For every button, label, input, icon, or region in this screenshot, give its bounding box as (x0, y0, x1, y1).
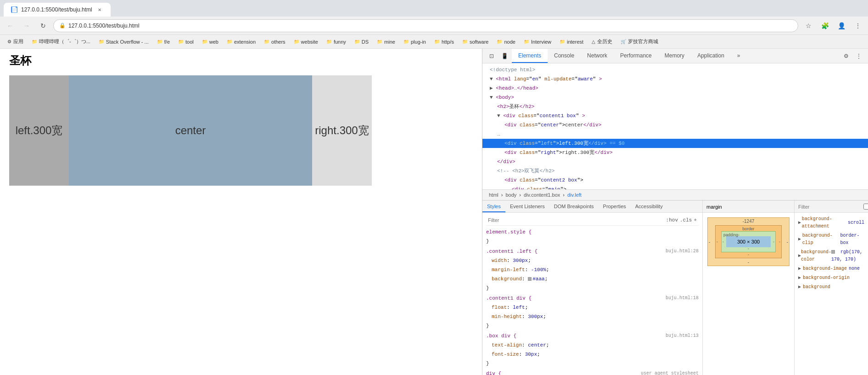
styles-tab-accessibility[interactable]: Accessibility (631, 201, 667, 212)
bookmark-https[interactable]: 📁 http/s (431, 37, 458, 47)
show-all-check[interactable] (863, 204, 868, 210)
styles-tab-event-listeners[interactable]: Event Listeners (505, 201, 549, 212)
breadcrumb-bar: html › body › div.content1.box › div.lef… (482, 189, 868, 200)
prop-background-color[interactable]: ▶ background-color rgb(170, 170, 170) (796, 248, 866, 264)
breadcrumb-html[interactable]: html (486, 192, 501, 198)
back-button[interactable]: ← (4, 19, 17, 32)
browser-window: 📄 127.0.0.1:5500/test/buju.html ✕ ← → ↻ … (0, 0, 868, 375)
bookmark-button[interactable]: ☆ (802, 19, 815, 32)
forward-button[interactable]: → (20, 19, 33, 32)
styles-content: :hov .cls + element.style { } (482, 213, 702, 375)
bookmark-apps[interactable]: ⚙ 应用 (4, 37, 27, 47)
extensions-button[interactable]: 🧩 (818, 19, 831, 32)
dom-line-content2[interactable]: <div class="content2 box"> (482, 176, 868, 185)
breadcrumb-body[interactable]: body (503, 192, 519, 198)
dom-line-h2[interactable]: <h2>圣杯</h2> (482, 102, 868, 111)
filter-add-style[interactable]: + (694, 217, 697, 223)
prop-background[interactable]: ▶ background (796, 283, 866, 292)
inspect-element-button[interactable]: ⊡ (486, 51, 497, 62)
bookmark-mine[interactable]: 📁 mine (373, 37, 399, 47)
bookmark-interview[interactable]: 📁 Interview (520, 37, 555, 47)
devtools-more-button[interactable]: ⋮ (853, 51, 864, 62)
bookmark-funny[interactable]: 📁 funny (323, 37, 350, 47)
bookmark-others[interactable]: 📁 others (260, 37, 289, 47)
bookmark-fe[interactable]: 📁 f/e (153, 37, 174, 47)
bookmark-node[interactable]: 📁 node (493, 37, 519, 47)
tab-console[interactable]: Console (548, 49, 581, 63)
prop-background-origin[interactable]: ▶ background-origin (796, 273, 866, 283)
tab-more[interactable]: » (731, 49, 747, 63)
bottom-panel: Styles Event Listeners DOM Breakpoints P… (482, 200, 868, 375)
breadcrumb-left[interactable]: div.left (565, 192, 584, 198)
bookmark-stackoverflow[interactable]: 📁 Stack Overflow - ... (95, 37, 152, 47)
bookmark-web-label: web (209, 39, 218, 45)
dom-line-center[interactable]: <div class="center">center</div> (482, 120, 868, 130)
color-swatch-bg[interactable] (831, 250, 835, 254)
bookmark-tool[interactable]: 📁 tool (174, 37, 197, 47)
css-selector-content1-div[interactable]: .content1 div { (486, 295, 532, 301)
filter-hover-toggle[interactable]: :hov (666, 217, 678, 223)
styles-filter-input[interactable] (488, 217, 663, 223)
css-value: #aaa (532, 276, 544, 282)
bookmark-extension[interactable]: 📁 extension (223, 37, 259, 47)
prop-background-attachment[interactable]: ▶ background-attachment scroll (796, 215, 866, 231)
bookmark-history[interactable]: △ 全历史 (588, 37, 616, 47)
css-selector-box-div[interactable]: .box div { (486, 333, 516, 339)
active-tab[interactable]: 📄 127.0.0.1:5500/test/buju.html ✕ (4, 3, 111, 17)
bookmark-website[interactable]: 📁 website (290, 37, 322, 47)
tab-elements[interactable]: Elements (512, 49, 548, 63)
reload-button[interactable]: ↻ (37, 19, 50, 32)
address-bar[interactable]: 🔒 127.0.0.1:5500/test/buju.html (53, 19, 798, 32)
dom-line-left-selected[interactable]: <div class="left">left.300宽</div> == $0 (482, 139, 868, 148)
prop-background-clip[interactable]: ▶ background-clip border-box (796, 231, 866, 248)
css-rule-content1-left: .content1 .left { buju.html:28 width: 30… (486, 248, 699, 292)
menu-button[interactable]: ⋮ (851, 19, 864, 32)
prop-background-image[interactable]: ▶ background-image none (796, 264, 866, 273)
css-source[interactable]: buju.html:28 (666, 248, 699, 255)
box-margin: -1247 - - - border - - - padding- (707, 217, 790, 266)
styles-tab-properties[interactable]: Properties (599, 201, 631, 212)
filter-panel-search: Show all (795, 201, 868, 213)
dom-line-ellipsis[interactable]: … (482, 130, 868, 139)
styles-tab-styles[interactable]: Styles (482, 201, 505, 212)
css-source-content1[interactable]: buju.html:18 (666, 295, 699, 302)
dom-line-content1[interactable]: ▼ <div class="content1 box" > (482, 111, 868, 120)
tab-performance[interactable]: Performance (614, 49, 658, 63)
bookmark-interest[interactable]: 📁 interest (556, 37, 587, 47)
dom-line-main[interactable]: <div class="main"> (482, 185, 868, 189)
tab-application[interactable]: Application (691, 49, 731, 63)
device-toolbar-button[interactable]: 📱 (499, 51, 510, 62)
bookmark-plugin[interactable]: 📁 plug-in (400, 37, 430, 47)
bookmark-logitech[interactable]: 🛒 罗技官方商城 (617, 37, 662, 47)
filter-panel-input[interactable] (798, 204, 862, 210)
dom-line-body[interactable]: ▼ <body> (482, 93, 868, 102)
bookmark-software[interactable]: 📁 software (459, 37, 493, 47)
dom-line-doctype[interactable]: <!doctype html> (482, 65, 868, 74)
filter-cls-toggle[interactable]: .cls (680, 217, 692, 223)
bookmark-mine-label: mine (384, 39, 395, 45)
tab-close-button[interactable]: ✕ (96, 6, 103, 13)
dom-line-close-div1[interactable]: </div> (482, 157, 868, 166)
tab-network[interactable]: Network (581, 49, 614, 63)
css-source-box[interactable]: buju.html:13 (666, 332, 699, 340)
bookmark-ds[interactable]: 📁 DS (351, 37, 372, 47)
css-selector-content1-left[interactable]: .content1 .left { (486, 249, 538, 254)
dom-line-head[interactable]: ▶ <head>…</head> (482, 84, 868, 93)
dom-line-comment[interactable]: <!-- <h2>双飞翼</h2> (482, 166, 868, 176)
css-selector[interactable]: element.style { (486, 229, 532, 235)
bookmark-web[interactable]: 📁 web (198, 37, 222, 47)
tab-memory[interactable]: Memory (658, 49, 691, 63)
show-all-checkbox[interactable]: Show all (863, 202, 868, 212)
devtools-panel: ⊡ 📱 Elements Console Network Performance… (482, 49, 868, 375)
dom-line-html[interactable]: ▼ <html lang="en" ml-update="aware" > (482, 74, 868, 84)
devtools-settings-button[interactable]: ⚙ (840, 51, 851, 62)
styles-tab-dom-breakpoints[interactable]: DOM Breakpoints (549, 201, 599, 212)
bookmark-extension-label: extension (234, 39, 256, 45)
breadcrumb-content1[interactable]: div.content1.box (521, 192, 563, 198)
profile-button[interactable]: 👤 (835, 19, 848, 32)
dom-line-right[interactable]: <div class="right">right.300宽</div> (482, 148, 868, 157)
color-swatch-aaa[interactable] (528, 277, 532, 281)
padding-label: padding- (723, 233, 739, 237)
bookmark-bilibili[interactable]: 📁 哔哩哔哩（゜-゜）つ... (28, 37, 94, 47)
css-selector-div[interactable]: div { (486, 371, 501, 375)
